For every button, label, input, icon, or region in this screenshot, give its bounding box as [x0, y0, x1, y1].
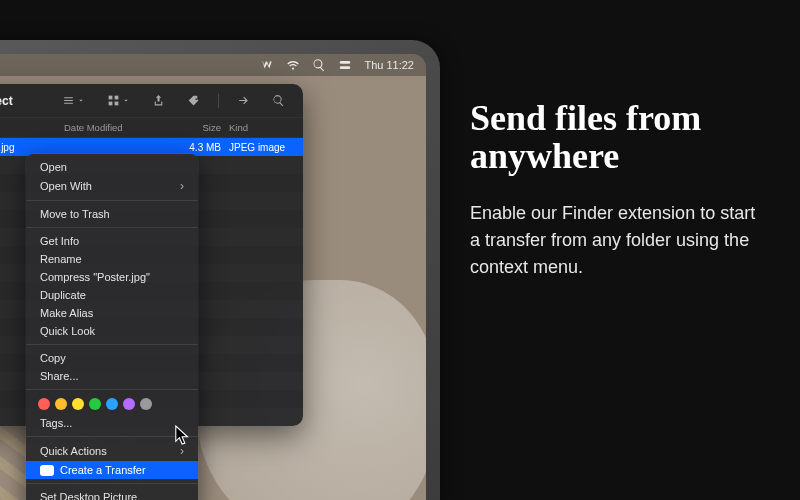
marketing-copy: Send files from anywhere Enable our Find… [470, 100, 770, 281]
more-button[interactable] [231, 91, 256, 110]
context-menu: Open Open With Move to Trash Get Info Re… [26, 154, 198, 500]
tag-color-dot[interactable] [140, 398, 152, 410]
tag-color-dot[interactable] [38, 398, 50, 410]
col-kind[interactable]: Kind [229, 122, 291, 133]
menu-separator [26, 344, 198, 345]
file-size: 4.3 MB [159, 142, 229, 153]
menu-get-info[interactable]: Get Info [26, 232, 198, 250]
menu-set-desktop[interactable]: Set Desktop Picture [26, 488, 198, 500]
tag-color-dot[interactable] [89, 398, 101, 410]
svg-rect-2 [109, 96, 113, 100]
tag-color-dot[interactable] [55, 398, 67, 410]
file-name: Poster.jpg [0, 142, 14, 153]
col-size[interactable]: Size [159, 122, 229, 133]
marketing-headline: Send files from anywhere [470, 100, 770, 176]
col-date[interactable]: Date Modified [64, 122, 159, 133]
marketing-body: Enable our Finder extension to start a t… [470, 200, 770, 281]
svg-rect-3 [115, 96, 119, 100]
tag-color-dot[interactable] [106, 398, 118, 410]
menu-rename[interactable]: Rename [26, 250, 198, 268]
search-button[interactable] [266, 91, 291, 110]
menu-duplicate[interactable]: Duplicate [26, 286, 198, 304]
svg-rect-0 [340, 61, 351, 64]
menu-quick-look[interactable]: Quick Look [26, 322, 198, 340]
svg-rect-5 [115, 102, 119, 106]
menu-tags[interactable]: Tags... [26, 414, 198, 432]
menu-separator [26, 483, 198, 484]
file-kind: JPEG image [229, 142, 291, 153]
menu-open-with[interactable]: Open With [26, 176, 198, 196]
window-title: Project [0, 94, 13, 108]
cursor-icon [174, 424, 192, 446]
spotlight-search-icon[interactable] [312, 58, 326, 72]
tags-button[interactable] [181, 91, 206, 110]
svg-rect-4 [109, 102, 113, 106]
col-name[interactable]: Name⌃ [0, 122, 64, 133]
menubar: Thu 11:22 [0, 54, 426, 76]
desktop: Thu 11:22 Project Name⌃ Date Modified Si… [0, 54, 426, 500]
tag-color-dot[interactable] [72, 398, 84, 410]
menu-quick-actions[interactable]: Quick Actions [26, 441, 198, 461]
share-button[interactable] [146, 91, 171, 110]
tag-color-dot[interactable] [123, 398, 135, 410]
finder-toolbar: Project [0, 84, 303, 118]
group-by-button[interactable] [101, 91, 136, 110]
menubar-clock[interactable]: Thu 11:22 [364, 59, 414, 71]
wifi-icon[interactable] [286, 58, 300, 72]
view-list-button[interactable] [56, 91, 91, 110]
wetransfer-app-icon [40, 465, 54, 476]
menu-copy[interactable]: Copy [26, 349, 198, 367]
menu-separator [26, 227, 198, 228]
menu-move-to-trash[interactable]: Move to Trash [26, 205, 198, 223]
svg-rect-1 [340, 66, 351, 69]
wetransfer-menubar-icon[interactable] [260, 58, 274, 72]
menu-make-alias[interactable]: Make Alias [26, 304, 198, 322]
column-headers: Name⌃ Date Modified Size Kind [0, 118, 303, 138]
menu-compress[interactable]: Compress "Poster.jpg" [26, 268, 198, 286]
menu-separator [26, 200, 198, 201]
menu-create-transfer[interactable]: Create a Transfer [26, 461, 198, 479]
menu-separator [26, 436, 198, 437]
menu-separator [26, 389, 198, 390]
control-center-icon[interactable] [338, 58, 352, 72]
menu-share[interactable]: Share... [26, 367, 198, 385]
laptop-frame: Thu 11:22 Project Name⌃ Date Modified Si… [0, 40, 440, 500]
menu-tag-colors [26, 394, 198, 414]
menu-open[interactable]: Open [26, 158, 198, 176]
